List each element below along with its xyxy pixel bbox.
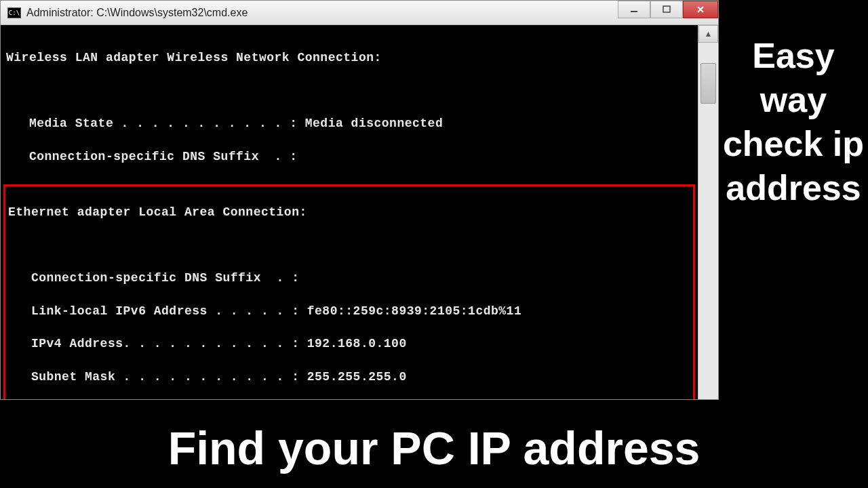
window-title: Administrator: C:\Windows\system32\cmd.e… (26, 7, 248, 19)
output-line: Wireless LAN adapter Wireless Network Co… (6, 49, 692, 66)
output-line (8, 237, 690, 253)
output-line: IPv4 Address. . . . . . . . . . . : 192.… (8, 336, 690, 352)
output-line (6, 83, 692, 99)
output-line: Link-local IPv6 Address . . . . . : fe80… (8, 303, 690, 319)
window-titlebar[interactable]: C:\ Administrator: C:\Windows\system32\c… (1, 1, 718, 25)
minimize-icon (629, 5, 639, 14)
output-line: Subnet Mask . . . . . . . . . . . : 255.… (8, 369, 690, 385)
vertical-scrollbar[interactable]: ▲ (698, 25, 718, 399)
scroll-up-button[interactable]: ▲ (698, 25, 718, 43)
svg-rect-0 (631, 11, 637, 12)
overlay-bottom-text: Find your PC IP address (168, 422, 701, 474)
maximize-icon (662, 5, 671, 14)
cmd-icon: C:\ (7, 7, 21, 18)
scroll-thumb[interactable] (701, 63, 716, 104)
output-line: Media State . . . . . . . . . . . : Medi… (6, 115, 692, 131)
svg-rect-1 (663, 6, 670, 12)
close-button[interactable] (683, 1, 718, 18)
close-icon (696, 5, 705, 14)
terminal-output[interactable]: Wireless LAN adapter Wireless Network Co… (1, 25, 698, 399)
output-line: Ethernet adapter Local Area Connection: (8, 204, 690, 220)
output-line: Connection-specific DNS Suffix . : (6, 148, 692, 165)
ethernet-highlight-box: Ethernet adapter Local Area Connection: … (3, 184, 695, 399)
window-controls (618, 1, 718, 20)
cmd-window: C:\ Administrator: C:\Windows\system32\c… (0, 0, 719, 400)
overlay-side-text: Easy way check ip address (719, 34, 868, 210)
minimize-button[interactable] (618, 1, 650, 18)
output-line: Connection-specific DNS Suffix . : (8, 270, 690, 286)
maximize-button[interactable] (650, 1, 683, 18)
